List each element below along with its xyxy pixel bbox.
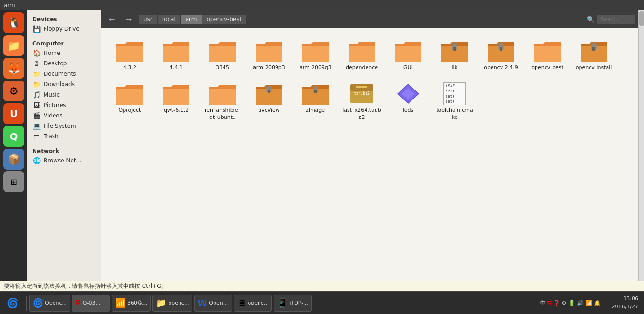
- sidebar-item-filesystem[interactable]: 💻 File System: [27, 121, 101, 131]
- main-layout: 🐧 📁 🦊 ⚙ U Q 📦 ⊞ Devices 💾 Floppy Drive C…: [0, 10, 644, 281]
- taskbar-icon-2: 📶: [115, 298, 125, 308]
- svg-rect-13: [395, 46, 421, 62]
- trash-icon: 🗑: [32, 133, 41, 140]
- home-icon: 🏠: [32, 49, 41, 57]
- breadcrumb-opencv-best[interactable]: opencv-best: [202, 15, 247, 24]
- dock-icon-qt[interactable]: Q: [3, 126, 24, 147]
- sidebar-item-network[interactable]: 🌐 Browse Net...: [27, 155, 101, 166]
- taskbar-label-4: Open...: [209, 300, 228, 306]
- sidebar-item-home[interactable]: 🏠 Home: [27, 48, 101, 58]
- svg-rect-17: [453, 47, 456, 51]
- clock-date: 2016/1/27: [612, 303, 638, 311]
- taskbar-item-4[interactable]: W Open...: [194, 295, 232, 312]
- dock-icon-workspace[interactable]: ⊞: [3, 171, 24, 192]
- clock-time: 13:06: [612, 295, 638, 303]
- taskbar-item-2[interactable]: 📶 360免...: [112, 295, 151, 312]
- taskbar-item-6[interactable]: 📱 iTOP-...: [274, 295, 312, 312]
- svg-rect-31: [163, 89, 189, 105]
- systray-gear: ⚙: [562, 300, 567, 306]
- breadcrumb-usr[interactable]: usr: [139, 15, 158, 24]
- svg-rect-11: [349, 46, 375, 62]
- file-item-gui[interactable]: GUI: [387, 36, 429, 75]
- taskbar-item-1[interactable]: P Q-03...: [72, 295, 110, 312]
- taskbar-item-0[interactable]: 🌀 Openc...: [29, 295, 70, 312]
- file-item-zimage[interactable]: zImage: [294, 79, 337, 125]
- folder-icon-gui: [395, 40, 421, 63]
- file-item-dependence[interactable]: dependence: [340, 36, 383, 75]
- taskbar-label-5: openc...: [248, 300, 268, 306]
- file-item-opencv-best[interactable]: opencv-best: [526, 36, 569, 75]
- systray-volume: 🔊: [577, 300, 584, 306]
- sidebar-item-downloads[interactable]: 📁 Downloads: [27, 79, 101, 90]
- file-item-arm-2009q3[interactable]: arm-2009q3: [294, 36, 337, 75]
- downloads-icon: 📁: [32, 81, 41, 88]
- folder-icon-opencv-2.4.9: [488, 40, 514, 63]
- systray-help: ❓: [553, 300, 560, 306]
- svg-rect-37: [268, 90, 270, 93]
- file-item-arm-2009p3[interactable]: arm-2009p3: [248, 36, 290, 75]
- sidebar-item-music[interactable]: 🎵 Music: [27, 90, 101, 100]
- file-label-gui: GUI: [403, 64, 413, 71]
- taskbar-item-5[interactable]: 🖥 openc...: [234, 295, 272, 312]
- file-item-opencv-2.4.9[interactable]: opencv-2.4.9: [480, 36, 522, 75]
- back-button[interactable]: ←: [105, 14, 119, 26]
- floppy-icon: 💾: [32, 25, 41, 33]
- sidebar-item-floppy-label: Floppy Drive: [44, 26, 80, 32]
- file-item-toolchain[interactable]: #### set( set( set( toolchain.cmake: [433, 79, 476, 125]
- sidebar-item-network-label: Browse Net...: [44, 157, 81, 164]
- sidebar-item-pictures[interactable]: 🖼 Pictures: [27, 100, 101, 110]
- file-item-qwt[interactable]: qwt-6.1.2: [155, 79, 197, 125]
- file-label-archive: last_x264.tar.bz2: [342, 107, 381, 121]
- sidebar-item-documents[interactable]: 📁 Documents: [27, 69, 101, 79]
- file-item-4.3.2[interactable]: 4.3.2: [108, 36, 151, 75]
- folder-icon-lib: [441, 40, 468, 63]
- sidebar-item-videos[interactable]: 🎬 Videos: [27, 110, 101, 121]
- dock-icon-files[interactable]: 📁: [3, 35, 24, 56]
- svg-rect-29: [116, 89, 143, 105]
- folder-icon-3345: [209, 40, 236, 63]
- systray-notification: 🔔: [594, 300, 601, 306]
- taskbar-item-3[interactable]: 📁 openc...: [152, 295, 192, 312]
- dock-icon-ubuntu[interactable]: 🐧: [3, 12, 24, 33]
- file-item-3345[interactable]: 3345: [201, 36, 244, 75]
- taskbar-label-1: Q-03...: [83, 300, 100, 306]
- svg-rect-45: [356, 86, 367, 88]
- file-item-lib[interactable]: lib: [433, 36, 476, 75]
- start-button[interactable]: 🌀: [2, 293, 23, 314]
- sidebar-item-filesystem-label: File System: [44, 123, 76, 129]
- archive-icon: tar.bz2: [349, 82, 375, 105]
- systray-battery: 🔋: [568, 300, 575, 306]
- devices-section-title: Devices: [27, 14, 101, 24]
- sidebar-item-floppy[interactable]: 💾 Floppy Drive: [27, 24, 101, 34]
- taskbar-label-6: iTOP-...: [289, 300, 308, 306]
- breadcrumb-local[interactable]: local: [158, 15, 181, 24]
- sidebar-item-desktop[interactable]: 🖥 Desktop: [27, 58, 101, 69]
- forward-button[interactable]: →: [122, 14, 136, 26]
- dock-icon-firefox[interactable]: 🦊: [3, 58, 24, 79]
- search-input[interactable]: [597, 15, 635, 24]
- breadcrumb-arm[interactable]: arm: [181, 15, 202, 24]
- file-item-qproject[interactable]: Qproject: [108, 79, 151, 125]
- file-item-renlianshibie[interactable]: renlianshibie_qt_ubuntu: [201, 79, 244, 125]
- file-item-opencv-install[interactable]: opencv-install: [572, 36, 615, 75]
- taskbar-icon-4: W: [197, 298, 207, 308]
- systray-network: 📶: [585, 300, 592, 306]
- file-label-opencv-2.4.9: opencv-2.4.9: [484, 64, 518, 71]
- file-label-zimage: zImage: [306, 107, 325, 114]
- dock-icon-system-settings[interactable]: ⚙: [3, 81, 24, 101]
- taskbar-divider: [26, 296, 27, 311]
- file-item-4.4.1[interactable]: 4.4.1: [155, 36, 197, 75]
- file-item-uvcview[interactable]: uvcView: [248, 79, 290, 125]
- dock-icon-ubuntu-one[interactable]: U: [3, 103, 24, 124]
- file-item-archive[interactable]: tar.bz2 last_x264.tar.bz2: [340, 79, 383, 125]
- sidebar-item-trash[interactable]: 🗑 Trash: [27, 131, 101, 142]
- sidebar-item-home-label: Home: [44, 50, 60, 56]
- folder-icon-4.4.1: [163, 40, 189, 63]
- dock-icon-box[interactable]: 📦: [3, 149, 24, 170]
- svg-rect-41: [314, 90, 317, 93]
- file-item-leds[interactable]: leds: [387, 79, 429, 125]
- scrollbar[interactable]: [638, 10, 644, 281]
- file-label-4.4.1: 4.4.1: [170, 64, 183, 71]
- music-icon: 🎵: [32, 91, 41, 99]
- filegrid: 4.3.2 4.4.1 3345 arm-2009p3: [101, 28, 638, 281]
